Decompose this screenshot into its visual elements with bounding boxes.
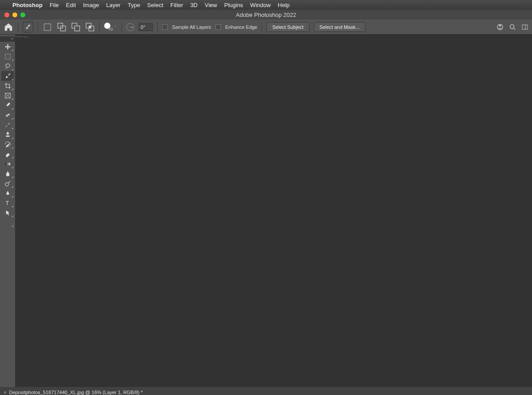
shape-tool[interactable] [1, 217, 14, 227]
history-brush-tool[interactable] [1, 139, 14, 149]
select-subject-button[interactable]: Select Subject [266, 22, 309, 32]
clone-stamp-tool[interactable] [1, 130, 14, 139]
svg-rect-12 [522, 25, 528, 29]
menu-select[interactable]: Select [147, 2, 163, 8]
svg-rect-0 [44, 24, 51, 30]
svg-rect-22 [5, 162, 10, 165]
mac-menubar: Photoshop File Edit Image Layer Type Sel… [0, 0, 532, 10]
frame-tool[interactable] [1, 91, 14, 100]
pen-tool[interactable] [1, 188, 14, 198]
document-area: × Depositphotos_518717440_XL.jpg @ 16% (… [0, 387, 532, 395]
blur-tool[interactable] [1, 169, 14, 178]
menu-window[interactable]: Window [250, 2, 270, 8]
brush-angle-input[interactable] [139, 23, 153, 31]
menu-type[interactable]: Type [128, 2, 140, 8]
brush-size-label: 40 [109, 27, 113, 32]
sample-all-checkbox[interactable] [162, 24, 168, 30]
window-title: Adobe Photoshop 2022 [0, 12, 532, 18]
search-icon[interactable] [509, 24, 516, 31]
eraser-tool[interactable] [1, 149, 14, 159]
tools-collapse-icon[interactable]: » [0, 36, 15, 42]
type-tool[interactable]: T [1, 198, 14, 208]
workspace-switcher-icon[interactable] [521, 24, 528, 31]
menu-layer[interactable]: Layer [106, 2, 121, 8]
intersect-selection-icon[interactable] [85, 22, 95, 32]
svg-line-24 [8, 181, 10, 183]
crop-tool[interactable] [1, 81, 14, 91]
svg-line-11 [514, 28, 515, 30]
move-tool[interactable] [1, 42, 14, 51]
subtract-selection-icon[interactable] [71, 22, 81, 32]
tools-panel: » T [0, 35, 15, 387]
new-selection-icon[interactable] [43, 22, 52, 32]
lasso-tool[interactable] [1, 61, 14, 71]
quick-selection-tool[interactable] [1, 71, 14, 81]
app-name[interactable]: Photoshop [12, 2, 43, 8]
home-icon[interactable] [4, 22, 13, 32]
edit-toolbar-icon[interactable]: ⋯ [24, 35, 29, 41]
svg-point-10 [510, 24, 514, 28]
svg-rect-7 [89, 26, 91, 28]
add-selection-icon[interactable] [57, 22, 66, 32]
menu-3d[interactable]: 3D [190, 2, 198, 8]
menu-plugins[interactable]: Plugins [224, 2, 243, 8]
healing-brush-tool[interactable] [1, 110, 14, 120]
tool-preset-picker[interactable] [23, 22, 33, 32]
options-bar: 40 ⌄ Sample All Layers Enhance Edge Sele… [0, 20, 532, 35]
brush-dropdown-icon[interactable]: ⌄ [114, 24, 117, 28]
enhance-edge-label: Enhance Edge [225, 24, 257, 30]
document-tab-label: Depositphotos_518717440_XL.jpg @ 16% (La… [9, 390, 143, 395]
close-tab-icon[interactable]: × [4, 390, 6, 395]
svg-point-9 [499, 25, 501, 27]
svg-text:T: T [5, 200, 9, 206]
svg-point-23 [5, 182, 8, 186]
document-tab[interactable]: × Depositphotos_518717440_XL.jpg @ 16% (… [0, 387, 532, 395]
menu-image[interactable]: Image [83, 2, 99, 8]
menu-help[interactable]: Help [278, 2, 290, 8]
enhance-edge-checkbox[interactable] [215, 24, 221, 30]
menu-filter[interactable]: Filter [170, 2, 183, 8]
path-selection-tool[interactable] [1, 208, 14, 217]
sample-all-label: Sample All Layers [172, 24, 211, 30]
brush-tool[interactable] [1, 120, 14, 130]
dodge-tool[interactable] [1, 178, 14, 188]
brush-angle-icon[interactable] [126, 23, 134, 31]
svg-rect-14 [5, 54, 10, 59]
svg-rect-4 [75, 26, 80, 31]
gradient-tool[interactable] [1, 159, 14, 169]
marquee-tool[interactable] [1, 51, 14, 61]
menu-edit[interactable]: Edit [66, 2, 76, 8]
cloud-docs-icon[interactable] [497, 24, 504, 31]
eyedropper-tool[interactable] [1, 100, 14, 110]
window-titlebar: Adobe Photoshop 2022 [0, 10, 532, 20]
select-and-mask-button[interactable]: Select and Mask... [314, 22, 366, 32]
menu-file[interactable]: File [50, 2, 59, 8]
menu-view[interactable]: View [205, 2, 217, 8]
